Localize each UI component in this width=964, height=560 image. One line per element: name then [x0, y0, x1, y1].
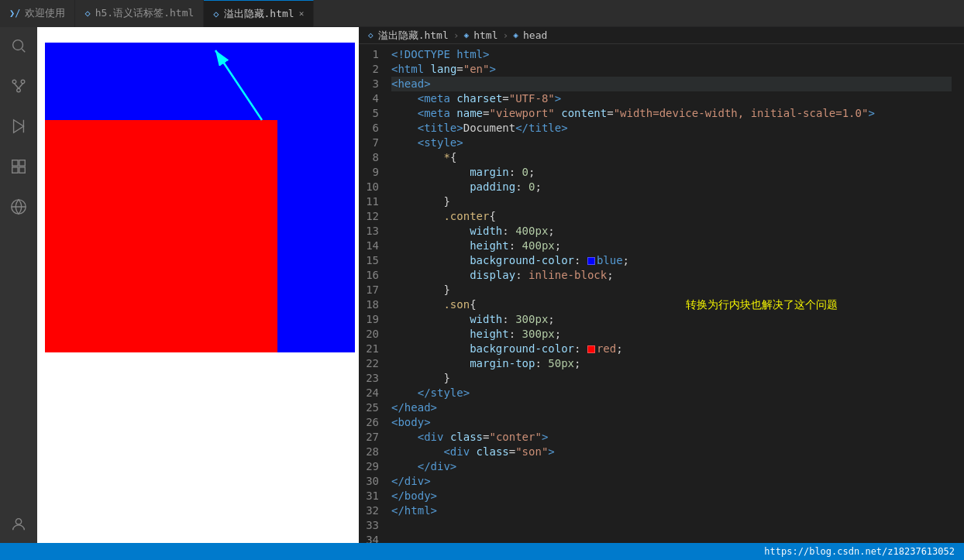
svg-rect-9	[12, 160, 18, 166]
code-line-14: height: 400px;	[391, 239, 952, 253]
editor-pane: ◇ 溢出隐藏.html › ◈ html › ◈ head 12345 6789…	[359, 27, 964, 543]
breadcrumb-path1: html	[473, 29, 497, 41]
tab-overflow-close[interactable]: ✕	[299, 9, 305, 19]
main-layout: ◇ 溢出隐藏.html › ◈ html › ◈ head 12345 6789…	[0, 27, 964, 543]
code-area: 12345 678910 1112131415 1617181920 21222…	[359, 44, 964, 543]
tab-welcome[interactable]: ❯/ 欢迎使用	[0, 0, 75, 27]
code-line-21: background-color: red;	[391, 342, 952, 356]
code-line-34: </html>	[391, 503, 952, 518]
code-line-9: margin: 0;	[391, 165, 952, 180]
code-line-26: <body>	[391, 415, 952, 430]
activity-icon-search[interactable]	[6, 33, 31, 58]
editor-scroll[interactable]: 12345 678910 1112131415 1617181920 21222…	[359, 44, 964, 543]
code-line-3: <head>	[391, 77, 952, 91]
code-line-33: </body>	[391, 489, 952, 503]
svg-line-5	[15, 84, 19, 88]
code-line-2: <html lang="en">	[391, 62, 952, 77]
activity-icon-remote[interactable]	[6, 194, 31, 219]
svg-rect-10	[19, 160, 25, 166]
breadcrumb: ◇ 溢出隐藏.html › ◈ html › ◈ head	[359, 27, 964, 44]
breadcrumb-sep1: ›	[453, 29, 460, 41]
code-line-23: }	[391, 371, 952, 386]
svg-point-2	[12, 80, 16, 84]
svg-rect-12	[19, 167, 25, 173]
code-line-6: <title>Document</title>	[391, 121, 952, 136]
breadcrumb-icon3: ◈	[513, 30, 518, 40]
svg-point-13	[15, 519, 21, 524]
svg-rect-11	[12, 167, 18, 173]
activity-icon-extensions[interactable]	[6, 154, 31, 179]
code-line-20: height: 300px;	[391, 327, 952, 342]
code-line-28: <div class="son">	[391, 445, 952, 459]
svg-line-6	[19, 84, 23, 88]
code-line-27: <div class="conter">	[391, 430, 952, 445]
code-line-16: display: inline-block;	[391, 268, 952, 283]
tab-welcome-label: 欢迎使用	[25, 6, 65, 20]
breadcrumb-sep2: ›	[503, 29, 509, 41]
line-numbers: 12345 678910 1112131415 1617181920 21222…	[359, 47, 391, 543]
breadcrumb-icon: ◇	[368, 30, 374, 40]
code-line-24: </style>	[391, 386, 952, 400]
code-line-19: width: 300px;	[391, 312, 952, 327]
breadcrumb-icon2: ◈	[464, 30, 470, 40]
code-line-22: margin-top: 50px;	[391, 356, 952, 371]
activity-icon-run[interactable]	[6, 114, 31, 139]
svg-point-4	[17, 88, 21, 92]
preview-content	[37, 27, 359, 543]
svg-point-3	[21, 80, 25, 84]
code-line-11: }	[391, 194, 952, 209]
code-line-18: .son{转换为行内块也解决了这个问题	[391, 297, 952, 312]
breadcrumb-file: 溢出隐藏.html	[378, 29, 449, 43]
code-line-17: }	[391, 283, 952, 297]
status-bar: https://blog.csdn.net/z18237613052	[0, 543, 964, 560]
activity-bar	[0, 27, 37, 543]
preview-pane	[37, 27, 359, 543]
tab-h5-icon: ◇	[84, 8, 90, 19]
code-line-25: </head>	[391, 400, 952, 415]
preview-red-box	[45, 120, 277, 352]
code-line-5: <meta name="viewport" content="width=dev…	[391, 106, 952, 121]
code-line-4: <meta charset="UTF-8">	[391, 91, 952, 106]
annotation: 转换为行内块也解决了这个问题	[686, 297, 838, 312]
svg-marker-7	[14, 120, 24, 133]
svg-point-0	[13, 40, 23, 50]
tab-welcome-icon: ❯/	[9, 8, 20, 19]
code-line-10: padding: 0;	[391, 180, 952, 194]
tab-h5-label: h5.语义话标签.html	[95, 6, 195, 20]
code-line-7: <style>	[391, 136, 952, 150]
code-line-12: .conter{	[391, 209, 952, 224]
code-line-1: <!DOCTYPE html>	[391, 47, 952, 62]
activity-icon-account[interactable]	[6, 512, 31, 537]
code-line-31: </div>	[391, 474, 952, 489]
activity-icon-source-control[interactable]	[6, 74, 31, 98]
tab-overflow-icon: ◇	[213, 9, 219, 19]
svg-line-1	[22, 49, 25, 52]
tab-overflow[interactable]: ◇ 溢出隐藏.html ✕	[204, 0, 314, 27]
code-line-30: </div>	[391, 459, 952, 474]
status-url: https://blog.csdn.net/z18237613052	[764, 546, 955, 557]
code-line-13: width: 400px;	[391, 224, 952, 239]
tab-overflow-label: 溢出隐藏.html	[224, 7, 294, 21]
code-lines: <!DOCTYPE html> <html lang="en"> <head> …	[391, 47, 964, 543]
tab-h5[interactable]: ◇ h5.语义话标签.html	[75, 0, 204, 27]
tab-bar: ❯/ 欢迎使用 ◇ h5.语义话标签.html ◇ 溢出隐藏.html ✕	[0, 0, 964, 27]
breadcrumb-path2: head	[523, 29, 547, 41]
code-line-15: background-color: blue;	[391, 253, 952, 268]
code-line-8: *{	[391, 150, 952, 165]
